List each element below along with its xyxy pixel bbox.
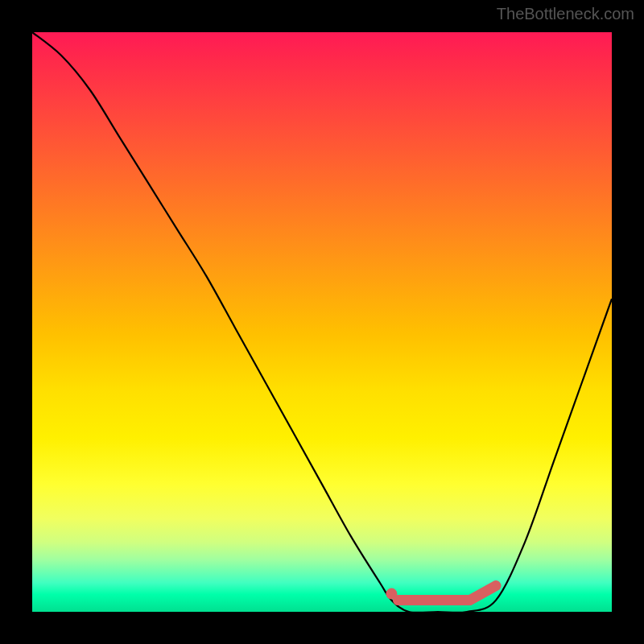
- plot-area: [32, 32, 612, 612]
- chart-container: TheBottleneck.com: [0, 0, 644, 644]
- curve-svg: [32, 32, 612, 612]
- bottleneck-curve: [32, 32, 612, 612]
- attribution-text: TheBottleneck.com: [497, 5, 634, 23]
- optimal-marker-line: [398, 586, 496, 601]
